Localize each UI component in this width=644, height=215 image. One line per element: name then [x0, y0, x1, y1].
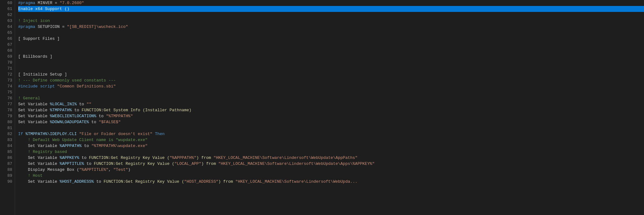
- code-line: ! Default Web Update Client name is "wup…: [18, 137, 644, 143]
- code-line: ! Host: [18, 173, 644, 179]
- line-number: 74: [3, 83, 12, 89]
- code-line: [ Billboards ]: [18, 54, 644, 60]
- line-number: 66: [3, 36, 12, 42]
- code-line: ! General: [18, 95, 644, 101]
- code-line: Set Variable %DOWNLOADUPDATE% to "$FALSE…: [18, 119, 644, 125]
- line-number: 81: [3, 125, 12, 131]
- code-line: Set Variable %APPPATH% to "%TMPPATH%\wup…: [18, 143, 644, 149]
- code-editor: 6061626364656667686970717273747576777879…: [0, 0, 644, 215]
- line-number: 68: [3, 48, 12, 54]
- line-number: 75: [3, 89, 12, 95]
- code-line: [ Initialize Setup ]: [18, 71, 644, 77]
- code-line: #include script "Common Definitions.sbi": [18, 83, 644, 89]
- code-line: ! Inject icon: [18, 18, 644, 24]
- code-line: #pragma MINVER = "7.0.2600": [18, 0, 644, 6]
- line-number: 73: [3, 77, 12, 83]
- line-number: 90: [3, 179, 12, 185]
- line-number: 69: [3, 54, 12, 60]
- line-number: 84: [3, 143, 12, 149]
- line-number: 80: [3, 119, 12, 125]
- code-line: [18, 89, 644, 95]
- line-number: 61: [3, 6, 12, 12]
- code-line: Set Variable %WEBCLIENTLOCATION% to "%TM…: [18, 113, 644, 119]
- code-line: Set Variable %APPTITLE% to FUNCTION:Get …: [18, 161, 644, 167]
- code-line: [18, 12, 644, 18]
- line-number: 83: [3, 137, 12, 143]
- code-line: Set Variable %TMPPATH% to FUNCTION:Get S…: [18, 107, 644, 113]
- line-numbers: 6061626364656667686970717273747576777879…: [0, 0, 15, 215]
- line-number: 72: [3, 71, 12, 77]
- line-number: 65: [3, 30, 12, 36]
- line-number: 64: [3, 24, 12, 30]
- line-number: 86: [3, 155, 12, 161]
- line-number: 62: [3, 12, 12, 18]
- code-line: Set Variable %LOCAL_INI% to "": [18, 101, 644, 107]
- line-number: 60: [3, 0, 12, 6]
- code-line: [18, 66, 644, 71]
- code-line: ! --- Define commonly used constants ---: [18, 77, 644, 83]
- code-line: [18, 60, 644, 66]
- line-number: 63: [3, 18, 12, 24]
- code-line: Set Variable %APPKEY% to FUNCTION:Get Re…: [18, 155, 644, 161]
- line-number: 89: [3, 173, 12, 179]
- code-line: Display Message Box ("%APPTITLE%", "Test…: [18, 167, 644, 173]
- line-number: 82: [3, 131, 12, 137]
- line-number: 71: [3, 66, 12, 71]
- line-number: 85: [3, 149, 12, 155]
- line-number: 87: [3, 161, 12, 167]
- line-number: 67: [3, 42, 12, 48]
- code-line: [18, 48, 644, 54]
- code-line: [18, 42, 644, 48]
- line-number: 88: [3, 167, 12, 173]
- code-line: [18, 30, 644, 36]
- line-number: 70: [3, 60, 12, 66]
- code-line: [ Support Files ]: [18, 36, 644, 42]
- line-number: 79: [3, 113, 12, 119]
- code-line: Set Variable %HOST_ADDRESS% to FUNCTION:…: [18, 179, 644, 185]
- line-number: 77: [3, 101, 12, 107]
- line-number: 76: [3, 95, 12, 101]
- code-line: Enable x64 Support (): [18, 6, 644, 12]
- code-line: [18, 125, 644, 131]
- code-line: If %TMPPATH%\IDEPLOY.CLI "File or Folder…: [18, 131, 644, 137]
- line-number: 78: [3, 107, 12, 113]
- code-line: #pragma SETUPICON = "[SB_REDIST]\wucheck…: [18, 24, 644, 30]
- code-content[interactable]: #pragma MINVER = "7.0.2600"Enable x64 Su…: [15, 0, 644, 215]
- code-line: ! Registry based: [18, 149, 644, 155]
